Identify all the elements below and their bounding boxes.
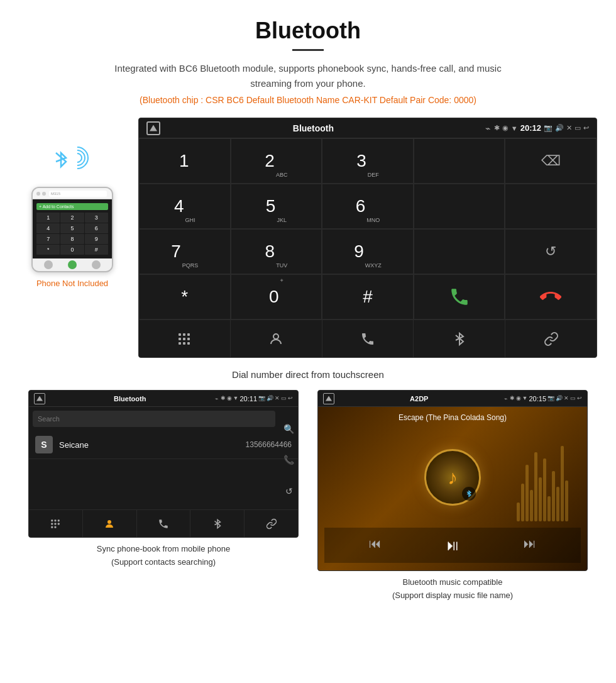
pb-call-side-icon[interactable]: 📞 xyxy=(283,455,294,465)
contacts-icon xyxy=(268,331,283,347)
dial-key-7[interactable]: 7 PQRS xyxy=(139,229,231,274)
phone-green-bar: + Add to Contacts xyxy=(36,203,108,210)
dial-key-3[interactable]: 3 DEF xyxy=(322,138,414,184)
pb-status-title: Bluetooth xyxy=(48,395,212,403)
svg-rect-3 xyxy=(179,338,181,340)
dial-backspace[interactable]: ⌫ xyxy=(505,138,597,184)
page-title: Bluetooth xyxy=(0,18,616,44)
pb-caption: Sync phone-book from mobile phone(Suppor… xyxy=(91,538,236,569)
svg-rect-5 xyxy=(187,338,190,340)
svg-rect-15 xyxy=(58,523,60,525)
pb-sig-icon: ▼ xyxy=(233,395,239,403)
title-divider xyxy=(292,49,324,51)
dial-empty-2 xyxy=(414,184,505,229)
phone-top-bar: M315 xyxy=(33,188,112,199)
bottom-screens: Bluetooth ⌁ ✱ ◉ ▼ 20:11 📷 🔊 ✕ ▭ ↩ xyxy=(0,390,616,602)
music-sig-icon: ▼ xyxy=(522,395,528,403)
dial-key-5[interactable]: 5 JKL xyxy=(231,184,322,229)
dial-key-2[interactable]: 2 ABC xyxy=(231,138,322,184)
pb-spacer xyxy=(29,459,298,509)
link-icon xyxy=(544,331,559,347)
dial-refresh[interactable]: ↺ xyxy=(505,229,597,274)
music-loc-icon: ◉ xyxy=(516,395,521,403)
prev-track-btn[interactable]: ⏮ xyxy=(369,536,382,554)
pb-back-icon: ↩ xyxy=(288,395,293,403)
toolbar-contacts[interactable] xyxy=(231,320,322,357)
toolbar-call[interactable] xyxy=(322,320,414,357)
svg-point-18 xyxy=(107,520,111,524)
pb-status-bar: Bluetooth ⌁ ✱ ◉ ▼ 20:11 📷 🔊 ✕ ▭ ↩ xyxy=(29,391,298,407)
pb-call-icon xyxy=(158,518,169,530)
subtitle: Integrated with BC6 Bluetooth module, su… xyxy=(94,61,522,91)
pb-btn-call[interactable] xyxy=(137,510,191,537)
phone-key-star: * xyxy=(36,245,60,255)
refresh-icon: ↺ xyxy=(545,243,556,260)
music-screen-wrap: A2DP ⌁ ✱ ◉ ▼ 20:15 📷 🔊 ✕ ▭ ↩ Escape (The… xyxy=(308,390,597,602)
next-track-btn[interactable]: ⏭ xyxy=(524,536,536,554)
dialpad-icon xyxy=(177,331,192,347)
phone-key-6: 6 xyxy=(85,223,108,233)
phone-key-7: 7 xyxy=(36,234,60,244)
svg-rect-7 xyxy=(183,342,185,345)
dial-key-hash[interactable]: # xyxy=(322,274,414,319)
toolbar-bluetooth[interactable] xyxy=(414,320,505,357)
pb-btn-contacts[interactable] xyxy=(83,510,137,537)
music-time: 20:15 xyxy=(529,395,546,403)
dial-key-8[interactable]: 8 TUV xyxy=(231,229,322,274)
signal-icon: ▼ xyxy=(511,125,518,132)
pb-link-icon xyxy=(266,518,277,530)
pb-home-icon[interactable] xyxy=(34,393,45,404)
dial-key-star[interactable]: * xyxy=(139,274,231,319)
eq-bar-2 xyxy=(521,484,524,521)
pb-search-bar[interactable]: Search xyxy=(33,411,275,427)
music-note-icon: ♪ xyxy=(448,466,458,489)
status-icons: ✱ ◉ ▼ 20:12 📷 🔊 ✕ ▭ ↩ xyxy=(494,123,589,133)
phone-menu-btn xyxy=(92,260,101,269)
dial-key-6[interactable]: 6 MNO xyxy=(322,184,414,229)
svg-rect-6 xyxy=(179,342,181,345)
pb-btn-bluetooth[interactable] xyxy=(190,510,245,537)
pb-contact-name: Seicane xyxy=(59,440,239,450)
music-back-icon: ↩ xyxy=(577,395,582,403)
pb-screen: Bluetooth ⌁ ✱ ◉ ▼ 20:11 📷 🔊 ✕ ▭ ↩ xyxy=(28,390,299,538)
pb-caption-text: Sync phone-book from mobile phone(Suppor… xyxy=(97,544,230,567)
dial-key-0[interactable]: 0 + xyxy=(231,274,322,319)
eq-bars xyxy=(517,433,568,521)
pb-btn-dialpad[interactable] xyxy=(29,510,83,537)
main-status-title: Bluetooth xyxy=(145,123,481,133)
pb-btn-link[interactable] xyxy=(245,510,298,537)
dial-empty-3 xyxy=(505,184,597,229)
svg-rect-11 xyxy=(55,519,57,521)
x-icon: ✕ xyxy=(566,124,572,132)
phone-dot-2 xyxy=(42,192,46,196)
dial-call-green[interactable] xyxy=(414,274,505,319)
music-home-icon[interactable] xyxy=(323,393,334,404)
music-controls: ⏮ ⏯ ⏭ xyxy=(324,528,581,563)
music-bt-icon-inner xyxy=(465,490,473,497)
pb-refresh-side-icon[interactable]: ↺ xyxy=(285,486,293,496)
pb-x-icon: ✕ xyxy=(275,395,280,403)
music-screen: A2DP ⌁ ✱ ◉ ▼ 20:15 📷 🔊 ✕ ▭ ↩ Escape (The… xyxy=(317,390,588,571)
pb-search-side-icon[interactable]: 🔍 xyxy=(283,424,294,434)
svg-rect-17 xyxy=(55,526,57,528)
phone-area: M315 + Add to Contacts 1 2 3 4 5 6 7 8 9… xyxy=(19,118,126,288)
pb-home-inner xyxy=(36,396,43,401)
toolbar-dialpad[interactable] xyxy=(139,320,231,357)
call-icon xyxy=(360,331,375,347)
dial-call-red[interactable] xyxy=(505,274,597,319)
pb-bt-icon: ✱ xyxy=(221,395,226,403)
pb-contacts-icon xyxy=(104,518,115,530)
dial-key-4[interactable]: 4 GHI xyxy=(139,184,231,229)
bt-status-icon: ✱ xyxy=(494,124,500,132)
music-song-title: Escape (The Pina Colada Song) xyxy=(399,413,507,422)
dial-key-1[interactable]: 1 xyxy=(139,138,231,184)
music-cam-icon: 📷 xyxy=(547,395,554,403)
pb-time: 20:11 xyxy=(239,395,257,403)
pb-cam-icon: 📷 xyxy=(258,395,265,403)
main-section: M315 + Add to Contacts 1 2 3 4 5 6 7 8 9… xyxy=(0,118,616,358)
phone-back-btn xyxy=(44,260,53,269)
dial-key-9[interactable]: 9 WXYZ xyxy=(322,229,414,274)
toolbar-link[interactable] xyxy=(505,320,597,357)
play-pause-btn[interactable]: ⏯ xyxy=(445,536,460,554)
main-caption: Dial number direct from touchscreen xyxy=(0,364,616,390)
